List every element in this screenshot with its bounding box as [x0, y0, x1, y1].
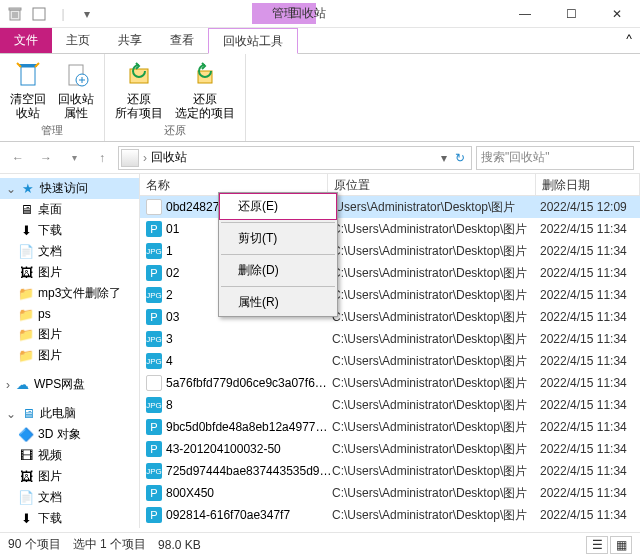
column-headers: 名称 原位置 删除日期: [140, 174, 640, 196]
file-delete-date: 2022/4/15 11:34: [540, 244, 640, 258]
tab-recycle-tools[interactable]: 回收站工具: [208, 28, 298, 54]
qat-dropdown[interactable]: ▾: [76, 3, 98, 25]
file-delete-date: 2022/4/15 11:34: [540, 332, 640, 346]
file-delete-date: 2022/4/15 11:34: [540, 222, 640, 236]
file-row[interactable]: P800X450C:\Users\Administrator\Desktop\图…: [140, 482, 640, 504]
search-box[interactable]: 搜索"回收站": [476, 146, 634, 170]
file-row[interactable]: JPG1C:\Users\Administrator\Desktop\图片202…: [140, 240, 640, 262]
file-delete-date: 2022/4/15 11:34: [540, 486, 640, 500]
file-row[interactable]: P01C:\Users\Administrator\Desktop\图片2022…: [140, 218, 640, 240]
ribbon-collapse-caret[interactable]: ^: [626, 32, 632, 46]
tree-item[interactable]: 🖥桌面: [0, 199, 139, 220]
tree-item-label: 图片: [38, 347, 62, 364]
tree-item[interactable]: 📁图片: [0, 324, 139, 345]
tab-view[interactable]: 查看: [156, 28, 208, 53]
view-details-icon[interactable]: ☰: [586, 536, 608, 554]
nav-forward-button[interactable]: →: [34, 146, 58, 170]
empty-recycle-bin-button[interactable]: 清空回 收站: [6, 56, 50, 123]
col-location[interactable]: 原位置: [328, 174, 536, 195]
ctx-cut[interactable]: 剪切(T): [219, 225, 337, 252]
tree-wps-label: WPS网盘: [34, 376, 85, 393]
file-location: C:\Users\Administrator\Desktop\图片: [332, 353, 540, 370]
file-row[interactable]: JPG2C:\Users\Administrator\Desktop\图片202…: [140, 284, 640, 306]
file-row[interactable]: P03C:\Users\Administrator\Desktop\图片2022…: [140, 306, 640, 328]
nav-tree[interactable]: ⌄★快速访问 🖥桌面⬇下载📄文档🖼图片📁mp3文件删除了📁ps📁图片📁图片 ›☁…: [0, 174, 140, 528]
ctx-sep2: [221, 254, 335, 255]
search-placeholder: 搜索"回收站": [481, 149, 550, 166]
file-row[interactable]: JPG725d97444bae837443535d9bfe...C:\Users…: [140, 460, 640, 482]
tab-home[interactable]: 主页: [52, 28, 104, 53]
tree-item-icon: 📁: [18, 306, 34, 322]
file-delete-date: 2022/4/15 11:34: [540, 464, 640, 478]
file-row[interactable]: P092814-616f70ae347f7C:\Users\Administra…: [140, 504, 640, 526]
file-row[interactable]: JPG4C:\Users\Administrator\Desktop\图片202…: [140, 350, 640, 372]
nav-recent-dropdown[interactable]: ▾: [62, 146, 86, 170]
tree-item[interactable]: 🖼图片: [0, 262, 139, 283]
tree-item[interactable]: ⬇下载: [0, 220, 139, 241]
ribbon: 清空回 收站 回收站 属性 管理 还原 所有项目 还原: [0, 54, 640, 142]
tree-item[interactable]: 🖼图片: [0, 466, 139, 487]
file-delete-date: 2022/4/15 12:09: [540, 200, 640, 214]
file-row[interactable]: P9bc5d0bfde48a8eb12a4977d86...C:\Users\A…: [140, 416, 640, 438]
file-location: C:\Users\Administrator\Desktop\图片: [332, 221, 540, 238]
file-row[interactable]: 0bd24827(\Users\Administrator\Desktop\图片…: [140, 196, 640, 218]
close-button[interactable]: ✕: [594, 0, 640, 28]
tab-file[interactable]: 文件: [0, 28, 52, 53]
tree-item[interactable]: 🎞视频: [0, 445, 139, 466]
maximize-button[interactable]: ☐: [548, 0, 594, 28]
tree-item[interactable]: 📁mp3文件删除了: [0, 283, 139, 304]
tree-item[interactable]: 📁图片: [0, 345, 139, 366]
ctx-restore[interactable]: 还原(E): [219, 193, 337, 220]
nav-back-button[interactable]: ←: [6, 146, 30, 170]
file-location: C:\Users\Administrator\Desktop\图片: [332, 265, 540, 282]
file-row[interactable]: JPG8C:\Users\Administrator\Desktop\图片202…: [140, 394, 640, 416]
tab-share[interactable]: 共享: [104, 28, 156, 53]
ribbon-group-restore-label: 还原: [164, 123, 186, 140]
address-dropdown-icon[interactable]: ▾: [441, 151, 447, 165]
view-large-icon[interactable]: ▦: [610, 536, 632, 554]
ctx-sep3: [221, 286, 335, 287]
refresh-icon[interactable]: ↻: [451, 151, 469, 165]
tree-item[interactable]: 🔷3D 对象: [0, 424, 139, 445]
restore-selected-button[interactable]: 还原 选定的项目: [171, 56, 239, 123]
file-row[interactable]: 5a76fbfd779d06ce9c3a07f6cc3c...C:\Users\…: [140, 372, 640, 394]
file-list: 名称 原位置 删除日期 0bd24827(\Users\Administrato…: [140, 174, 640, 528]
status-bar: 90 个项目 选中 1 个项目 98.0 KB ☰ ▦: [0, 532, 640, 556]
file-delete-date: 2022/4/15 11:34: [540, 310, 640, 324]
tree-item-icon: 🖥: [18, 202, 34, 218]
qat-blank-icon[interactable]: [28, 3, 50, 25]
file-name: 43-201204100032-50: [166, 442, 332, 456]
tree-item[interactable]: 📄文档: [0, 487, 139, 508]
file-icon: P: [146, 485, 162, 501]
file-icon: [146, 199, 162, 215]
file-name: 9bc5d0bfde48a8eb12a4977d86...: [166, 420, 332, 434]
ctx-properties[interactable]: 属性(R): [219, 289, 337, 316]
minimize-button[interactable]: —: [502, 0, 548, 28]
file-row[interactable]: P43-201204100032-50C:\Users\Administrato…: [140, 438, 640, 460]
tree-this-pc[interactable]: ⌄🖥此电脑: [0, 403, 139, 424]
file-name: 800X450: [166, 486, 332, 500]
restore-all-button[interactable]: 还原 所有项目: [111, 56, 167, 123]
bin-properties-icon: [60, 58, 92, 90]
file-row[interactable]: P27933565-15359b1b33056e53C:\Users\Admin…: [140, 526, 640, 528]
status-count: 90 个项目: [8, 536, 61, 553]
ribbon-group-restore: 还原 所有项目 还原 选定的项目 还原: [105, 54, 246, 141]
ribbon-group-manage: 清空回 收站 回收站 属性 管理: [0, 54, 105, 141]
recycle-bin-properties-button[interactable]: 回收站 属性: [54, 56, 98, 123]
address-box[interactable]: › 回收站 ▾ ↻: [118, 146, 472, 170]
ribbon-group-manage-label: 管理: [41, 123, 63, 140]
tree-item[interactable]: 📄文档: [0, 241, 139, 262]
ctx-delete[interactable]: 删除(D): [219, 257, 337, 284]
restore-selected-label: 还原 选定的项目: [175, 92, 235, 121]
col-delete-date[interactable]: 删除日期: [536, 174, 640, 195]
file-rows[interactable]: 0bd24827(\Users\Administrator\Desktop\图片…: [140, 196, 640, 528]
file-location: C:\Users\Administrator\Desktop\图片: [332, 287, 540, 304]
file-row[interactable]: JPG3C:\Users\Administrator\Desktop\图片202…: [140, 328, 640, 350]
svg-rect-5: [33, 8, 45, 20]
nav-up-button[interactable]: ↑: [90, 146, 114, 170]
tree-wps[interactable]: ›☁WPS网盘: [0, 374, 139, 395]
tree-quick-access[interactable]: ⌄★快速访问: [0, 178, 139, 199]
tree-item[interactable]: ⬇下载: [0, 508, 139, 528]
tree-item[interactable]: 📁ps: [0, 304, 139, 324]
file-row[interactable]: P02C:\Users\Administrator\Desktop\图片2022…: [140, 262, 640, 284]
